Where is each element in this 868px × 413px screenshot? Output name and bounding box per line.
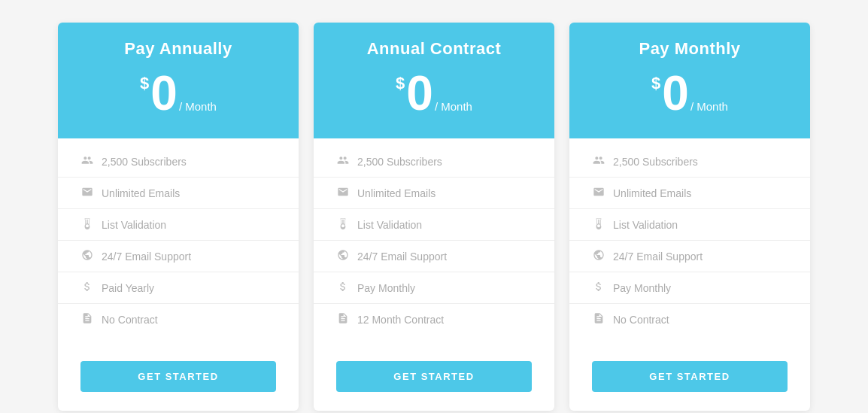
feature-text: 2,500 Subscribers (102, 156, 187, 168)
feature-text: 24/7 Email Support (613, 251, 703, 263)
feature-text: 2,500 Subscribers (613, 156, 698, 168)
support-icon (336, 249, 350, 263)
list-item: 2,500 Subscribers (58, 146, 299, 178)
list-item: List Validation (58, 209, 299, 241)
price-row-pay-annually: $ 0 / Month (73, 69, 284, 117)
beaker-icon (592, 217, 605, 232)
feature-text: 2,500 Subscribers (357, 156, 442, 168)
price-currency-pay-annually: $ (140, 74, 149, 93)
get-started-button-pay-annually[interactable]: GET STARTED (80, 361, 276, 392)
users-icon (336, 154, 350, 169)
list-item: Pay Monthly (569, 272, 810, 304)
contract-icon (80, 312, 94, 326)
feature-text: Unlimited Emails (357, 187, 436, 199)
users-icon (80, 154, 94, 169)
price-period-annual-contract: / Month (435, 100, 472, 113)
contract-icon (592, 312, 605, 326)
card-header-pay-annually: Pay Annually $ 0 / Month (58, 23, 299, 138)
price-currency-annual-contract: $ (396, 74, 405, 93)
pricing-card-annual-contract: Annual Contract $ 0 / Month 2,500 Subscr… (314, 23, 554, 411)
plan-name-pay-monthly: Pay Monthly (584, 39, 795, 59)
get-started-button-annual-contract[interactable]: GET STARTED (336, 361, 532, 392)
feature-text: No Contract (102, 314, 158, 326)
email-icon (592, 186, 605, 200)
feature-text: No Contract (613, 314, 669, 326)
list-item: Pay Monthly (314, 272, 554, 304)
list-item: 2,500 Subscribers (569, 146, 810, 178)
price-row-pay-monthly: $ 0 / Month (584, 69, 795, 117)
pricing-container: Pay Annually $ 0 / Month 2,500 Subscribe… (28, 0, 840, 413)
feature-text: Paid Yearly (102, 282, 154, 294)
beaker-icon (336, 217, 350, 232)
price-amount-pay-annually: 0 (150, 69, 178, 117)
dollar-icon (80, 281, 94, 295)
card-footer-pay-annually: GET STARTED (58, 350, 299, 411)
list-item: Paid Yearly (58, 272, 299, 304)
price-currency-pay-monthly: $ (651, 74, 660, 93)
price-period-pay-annually: / Month (179, 100, 217, 113)
card-features-pay-monthly: 2,500 Subscribers Unlimited Emails List … (569, 138, 810, 350)
list-item: No Contract (569, 304, 810, 335)
list-item: List Validation (314, 209, 554, 241)
card-features-pay-annually: 2,500 Subscribers Unlimited Emails List … (58, 138, 299, 350)
card-header-annual-contract: Annual Contract $ 0 / Month (314, 23, 554, 138)
list-item: 12 Month Contract (314, 304, 554, 335)
list-item: Unlimited Emails (569, 178, 810, 209)
price-period-pay-monthly: / Month (690, 100, 728, 113)
list-item: 2,500 Subscribers (314, 146, 554, 178)
feature-text: Pay Monthly (357, 282, 415, 294)
beaker-icon (80, 217, 94, 232)
card-footer-annual-contract: GET STARTED (314, 350, 554, 411)
price-row-annual-contract: $ 0 / Month (329, 69, 539, 117)
dollar-icon (336, 281, 350, 295)
feature-text: 24/7 Email Support (102, 251, 191, 263)
card-features-annual-contract: 2,500 Subscribers Unlimited Emails List … (314, 138, 554, 350)
feature-text: List Validation (102, 219, 166, 231)
price-amount-annual-contract: 0 (406, 69, 433, 117)
price-amount-pay-monthly: 0 (662, 69, 689, 117)
users-icon (592, 154, 605, 169)
list-item: 24/7 Email Support (58, 241, 299, 272)
list-item: No Contract (58, 304, 299, 335)
list-item: 24/7 Email Support (569, 241, 810, 272)
feature-text: 24/7 Email Support (357, 251, 447, 263)
plan-name-annual-contract: Annual Contract (329, 39, 539, 59)
list-item: Unlimited Emails (314, 178, 554, 209)
support-icon (80, 249, 94, 263)
list-item: List Validation (569, 209, 810, 241)
feature-text: 12 Month Contract (357, 314, 444, 326)
email-icon (80, 186, 94, 200)
support-icon (592, 249, 605, 263)
pricing-card-pay-monthly: Pay Monthly $ 0 / Month 2,500 Subscriber… (569, 23, 810, 411)
feature-text: Unlimited Emails (613, 187, 691, 199)
feature-text: List Validation (357, 219, 422, 231)
pricing-card-pay-annually: Pay Annually $ 0 / Month 2,500 Subscribe… (58, 23, 299, 411)
card-footer-pay-monthly: GET STARTED (569, 350, 810, 411)
feature-text: Unlimited Emails (102, 187, 180, 199)
feature-text: List Validation (613, 219, 678, 231)
plan-name-pay-annually: Pay Annually (73, 39, 284, 59)
dollar-icon (592, 281, 605, 295)
feature-text: Pay Monthly (613, 282, 671, 294)
get-started-button-pay-monthly[interactable]: GET STARTED (592, 361, 788, 392)
card-header-pay-monthly: Pay Monthly $ 0 / Month (569, 23, 810, 138)
contract-icon (336, 312, 350, 326)
list-item: Unlimited Emails (58, 178, 299, 209)
list-item: 24/7 Email Support (314, 241, 554, 272)
email-icon (336, 186, 350, 200)
